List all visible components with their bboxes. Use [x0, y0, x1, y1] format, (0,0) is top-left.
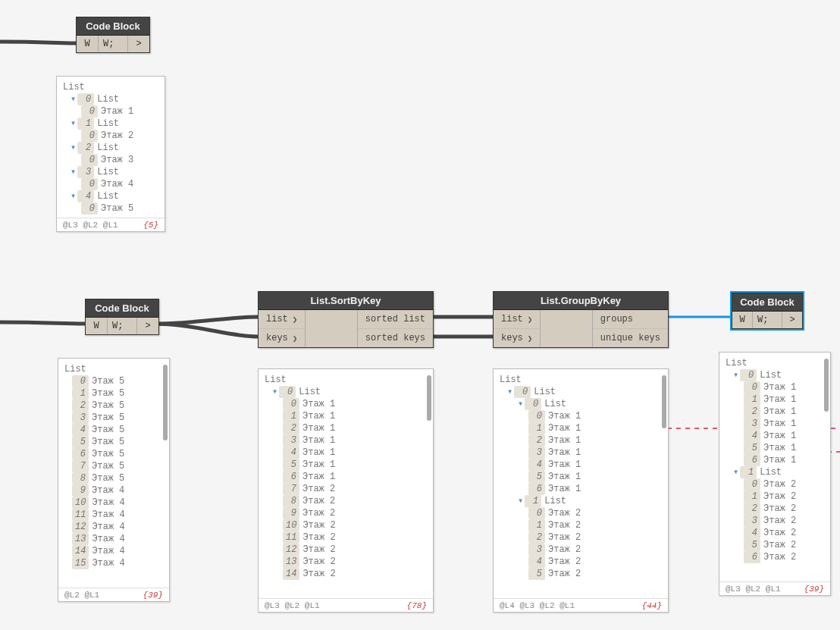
cb-output-port[interactable]: >	[137, 318, 158, 334]
input-port-keys[interactable]: keys ❯	[259, 329, 305, 347]
scrollbar-thumb[interactable]	[427, 375, 431, 421]
lacing-levels: @L2 @L1	[64, 591, 99, 600]
node-title: Code Block	[86, 299, 158, 318]
cb-output-port[interactable]: >	[782, 312, 802, 328]
preview-panel-2: List 0Этаж 51Этаж 52Этаж 53Этаж 54Этаж 5…	[58, 358, 170, 602]
input-port-list[interactable]: list ❯	[494, 310, 540, 329]
preview-panel-3: List ▾0List 0Этаж 11Этаж 12Этаж 13Этаж 1…	[258, 368, 434, 613]
item-count: {5}	[143, 221, 158, 230]
chevron-right-icon: ❯	[528, 315, 533, 324]
chevron-right-icon: ❯	[528, 334, 533, 343]
lacing-levels: @L3 @L2 @L1	[726, 585, 781, 594]
scrollbar-thumb[interactable]	[824, 359, 829, 412]
item-count: {39}	[804, 585, 824, 594]
code-block-node-3[interactable]: Code Block W W; >	[732, 293, 803, 329]
cb-output-port[interactable]: >	[128, 36, 149, 52]
cb-code-text[interactable]: W;	[99, 36, 128, 52]
node-title: Code Block	[732, 293, 802, 312]
scrollbar-thumb[interactable]	[163, 365, 168, 440]
input-port-list[interactable]: list ❯	[259, 310, 305, 329]
cb-input-port[interactable]: W	[732, 312, 753, 328]
chevron-right-icon: ❯	[293, 334, 298, 343]
node-title: List.GroupByKey	[494, 292, 668, 310]
lacing-levels: @L4 @L3 @L2 @L1	[500, 601, 575, 610]
item-count: {78}	[407, 601, 427, 610]
list-groupbykey-node[interactable]: List.GroupByKey list ❯ keys ❯ groups uni…	[493, 291, 669, 348]
cb-code-text[interactable]: W;	[753, 312, 782, 328]
node-title: List.SortByKey	[259, 292, 433, 310]
output-port-sorted-list[interactable]: sorted list	[358, 310, 433, 329]
scrollbar-thumb[interactable]	[662, 375, 666, 428]
lacing-levels: @L3 @L2 @L1	[63, 221, 118, 230]
cb-input-port[interactable]: W	[86, 318, 108, 334]
list-sortbykey-node[interactable]: List.SortByKey list ❯ keys ❯ sorted list…	[258, 291, 434, 348]
output-port-sorted-keys[interactable]: sorted keys	[358, 329, 433, 347]
chevron-right-icon: ❯	[293, 315, 298, 324]
output-port-groups[interactable]: groups	[593, 310, 668, 329]
cb-code-text[interactable]: W;	[108, 318, 137, 334]
preview-panel-1: List ▾0List0Этаж 1▾1List0Этаж 2▾2List0Эт…	[56, 76, 165, 232]
output-port-unique-keys[interactable]: unique keys	[593, 329, 668, 347]
input-port-keys[interactable]: keys ❯	[494, 329, 540, 347]
item-count: {44}	[642, 601, 662, 610]
preview-panel-5: List ▾0List0Этаж 11Этаж 12Этаж 13Этаж 14…	[719, 352, 831, 596]
item-count: {39}	[143, 591, 163, 600]
code-block-node-1[interactable]: Code Block W W; >	[76, 17, 150, 53]
node-title: Code Block	[77, 17, 149, 36]
preview-panel-4: List ▾0List ▾0List0Этаж 11Этаж 12Этаж 13…	[493, 368, 669, 613]
lacing-levels: @L3 @L2 @L1	[265, 601, 320, 610]
code-block-node-2[interactable]: Code Block W W; >	[85, 299, 159, 335]
cb-input-port[interactable]: W	[77, 36, 99, 52]
